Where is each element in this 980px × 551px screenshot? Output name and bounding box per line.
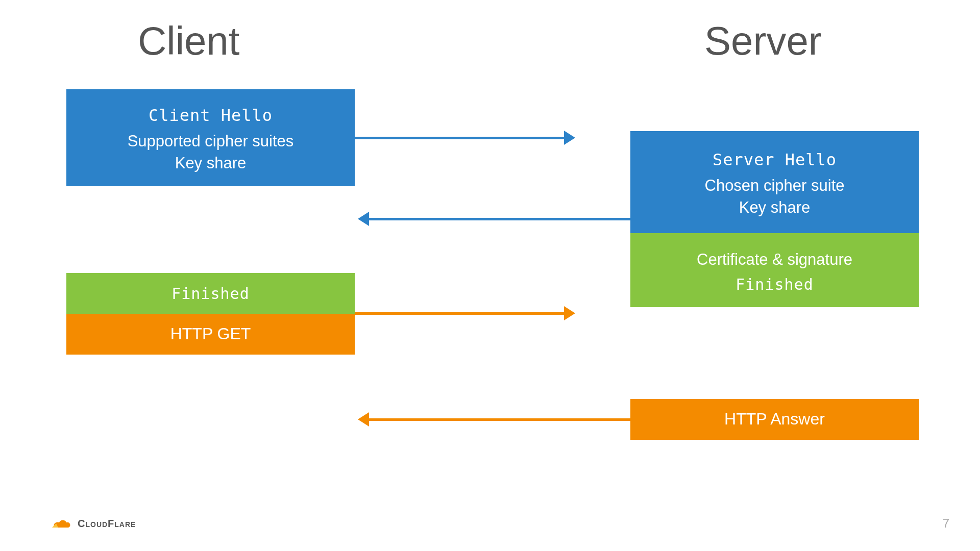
heading-server: Server xyxy=(704,18,822,64)
http-answer-label: HTTP Answer xyxy=(724,406,825,432)
client-hello-title: Client Hello xyxy=(149,106,273,125)
box-server-cert: Certificate & signature Finished xyxy=(630,233,919,307)
client-finished-label: Finished xyxy=(172,285,250,303)
client-hello-sub: Supported cipher suites Key share xyxy=(128,130,294,174)
server-hello-sub2: Key share xyxy=(739,198,811,216)
arrow-client-hello-head xyxy=(564,131,575,145)
arrow-http-get xyxy=(355,312,564,315)
server-hello-title: Server Hello xyxy=(713,150,837,169)
arrow-http-answer xyxy=(369,418,630,421)
cloudflare-icon xyxy=(51,516,74,531)
box-client-hello: Client Hello Supported cipher suites Key… xyxy=(66,89,355,186)
box-http-answer: HTTP Answer xyxy=(630,399,919,440)
server-hello-sub1: Chosen cipher suite xyxy=(705,177,845,194)
box-server-hello: Server Hello Chosen cipher suite Key sha… xyxy=(630,131,919,233)
page-number: 7 xyxy=(943,516,949,531)
box-client-finished: Finished xyxy=(66,273,355,314)
arrow-server-hello xyxy=(369,218,630,220)
logo-text: CloudFlare xyxy=(78,518,136,530)
arrow-http-get-head xyxy=(564,306,575,320)
server-cert-line2: Finished xyxy=(736,276,814,293)
arrow-server-hello-head xyxy=(358,212,369,226)
server-cert-line1: Certificate & signature xyxy=(697,247,852,272)
http-get-label: HTTP GET xyxy=(170,321,251,347)
arrow-http-answer-head xyxy=(358,412,369,427)
box-http-get: HTTP GET xyxy=(66,314,355,355)
logo-cloudflare: CloudFlare xyxy=(51,516,136,531)
heading-client: Client xyxy=(138,18,239,64)
client-hello-sub1: Supported cipher suites xyxy=(128,132,294,150)
server-hello-sub: Chosen cipher suite Key share xyxy=(705,174,845,219)
client-hello-sub2: Key share xyxy=(175,154,247,172)
arrow-client-hello xyxy=(355,137,564,139)
